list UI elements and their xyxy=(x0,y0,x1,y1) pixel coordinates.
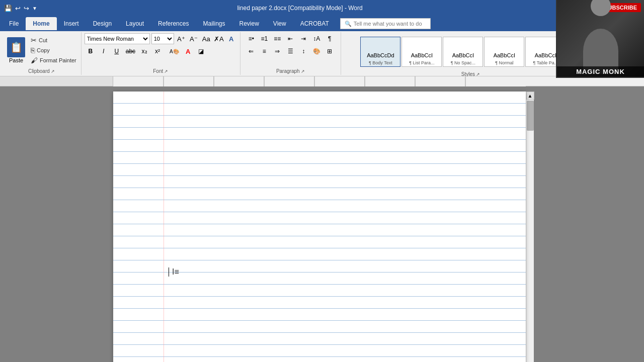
shrink-font-button[interactable]: A⁻ xyxy=(188,33,199,44)
decrease-indent-button[interactable]: ⇤ xyxy=(284,33,296,44)
style-body-text[interactable]: AaBbCcDd ¶ Body Text xyxy=(360,37,400,67)
sort-button[interactable]: ↕A xyxy=(310,33,323,44)
vertical-scrollbar[interactable]: ▲ ▼ xyxy=(526,92,534,362)
font-content: Times New Roman 10 8 9 10 11 12 A⁺ A⁻ Aa… xyxy=(85,33,237,67)
main-content: I≡ ▲ ▼ xyxy=(0,76,644,362)
tab-layout[interactable]: Layout xyxy=(119,17,151,30)
font-group: Times New Roman 10 8 9 10 11 12 A⁺ A⁻ Aa… xyxy=(82,32,240,75)
para-row2: ⇐ ≡ ⇒ ☰ ↕ 🎨 ⊞ xyxy=(245,46,336,57)
tab-insert[interactable]: Insert xyxy=(57,17,86,30)
styles-content: AaBbCcDd ¶ Body Text AaBbCcI ¶ List Para… xyxy=(360,33,581,70)
tab-file[interactable]: File xyxy=(2,17,26,30)
paragraph-group: ≡• ≡1 ≡≡ ⇤ ⇥ ↕A ¶ ⇐ ≡ ⇒ ☰ ↕ 🎨 ⊞ xyxy=(240,32,341,75)
customize-icon[interactable]: ▼ xyxy=(32,6,37,11)
tab-mailings[interactable]: Mailings xyxy=(196,17,232,30)
window-title: lined paper 2.docx [Compatibility Mode] … xyxy=(37,5,562,12)
font-color-button[interactable]: A xyxy=(182,46,194,57)
undo-icon[interactable]: ↩ xyxy=(15,5,21,12)
format-painter-button[interactable]: 🖌 Format Painter xyxy=(29,56,78,65)
align-left-button[interactable]: ⇐ xyxy=(245,46,257,57)
copy-button[interactable]: ⎘ Copy xyxy=(29,46,78,55)
text-cursor xyxy=(169,267,169,277)
style-list-para-label: ¶ List Para... xyxy=(409,60,434,65)
horizontal-ruler xyxy=(0,76,644,86)
superscript-button[interactable]: x² xyxy=(151,46,164,57)
scroll-thumb[interactable] xyxy=(527,101,534,131)
margin-line xyxy=(164,92,164,362)
tab-review[interactable]: Review xyxy=(232,17,266,30)
numbering-button[interactable]: ≡1 xyxy=(258,33,270,44)
title-bar: 💾 ↩ ↪ ▼ lined paper 2.docx [Compatibilit… xyxy=(0,0,644,16)
grow-font-button[interactable]: A⁺ xyxy=(176,33,187,44)
text-effects-button[interactable]: A xyxy=(226,33,237,44)
tab-references[interactable]: References xyxy=(151,17,196,30)
style-body-text-preview: AaBbCcDd xyxy=(365,50,396,60)
clear-format-button[interactable]: ✗A xyxy=(213,33,224,44)
strikethrough-button[interactable]: abc xyxy=(124,46,137,57)
clipboard-content: 📋 Paste ✂ Cut ⎘ Copy 🖌 Format Painter xyxy=(5,33,78,67)
title-bar-left: 💾 ↩ ↪ ▼ xyxy=(4,5,37,12)
font-expand-icon[interactable]: ↗ xyxy=(164,69,168,74)
tab-home[interactable]: Home xyxy=(26,17,56,30)
page-lines xyxy=(113,92,526,362)
bullets-button[interactable]: ≡• xyxy=(245,33,257,44)
save-icon[interactable]: 💾 xyxy=(4,5,12,12)
document-body: I≡ ▲ ▼ xyxy=(0,86,644,362)
scroll-up-button[interactable]: ▲ xyxy=(526,92,534,100)
ribbon: File Home Insert Design Layout Reference… xyxy=(0,16,644,76)
style-list-para-preview: AaBbCcI xyxy=(409,50,435,60)
tell-me-input[interactable]: 🔍 Tell me what you want to do xyxy=(340,18,431,29)
paste-button[interactable]: 📋 Paste xyxy=(5,36,27,64)
document-page[interactable]: I≡ xyxy=(113,92,526,362)
font-row1: Times New Roman 10 8 9 10 11 12 A⁺ A⁻ Aa… xyxy=(85,33,237,44)
borders-button[interactable]: ⊞ xyxy=(324,46,336,57)
underline-button[interactable]: U xyxy=(111,46,123,57)
align-right-button[interactable]: ⇒ xyxy=(271,46,283,57)
show-formatting-button[interactable]: ¶ xyxy=(324,33,336,44)
clipboard-group: 📋 Paste ✂ Cut ⎘ Copy 🖌 Format Painter xyxy=(2,32,82,75)
search-icon: 🔍 xyxy=(345,21,352,27)
character-shading-button[interactable]: ◪ xyxy=(195,46,207,57)
bold-button[interactable]: B xyxy=(85,46,97,57)
paragraph-expand-icon[interactable]: ↗ xyxy=(301,69,305,74)
justify-button[interactable]: ☰ xyxy=(284,46,296,57)
tab-view[interactable]: View xyxy=(266,17,293,30)
text-cursor-area: I≡ xyxy=(169,267,179,277)
cut-button[interactable]: ✂ Cut xyxy=(29,36,78,45)
italic-button[interactable]: I xyxy=(98,46,110,57)
style-no-spacing-label: ¶ No Spac... xyxy=(451,60,475,65)
video-preview xyxy=(557,0,644,77)
shading-button[interactable]: 🎨 xyxy=(310,46,323,57)
lined-page: I≡ xyxy=(113,92,526,362)
channel-name: MAGIC MONK xyxy=(557,66,644,77)
clipboard-label: Clipboard ↗ xyxy=(5,68,78,74)
clipboard-expand-icon[interactable]: ↗ xyxy=(51,69,55,74)
style-body-text-label: ¶ Body Text xyxy=(369,60,392,65)
font-size-select[interactable]: 10 8 9 10 11 12 xyxy=(151,33,174,44)
clipboard-sub: ✂ Cut ⎘ Copy 🖌 Format Painter xyxy=(29,36,78,65)
font-family-select[interactable]: Times New Roman xyxy=(85,33,150,44)
svg-rect-0 xyxy=(113,76,526,86)
style-list-para[interactable]: AaBbCcI ¶ List Para... xyxy=(401,37,442,67)
copy-label: Copy xyxy=(37,47,50,53)
copy-icon: ⎘ xyxy=(31,46,35,54)
style-table-para-label: ¶ Table Pa... xyxy=(533,60,558,65)
style-no-spacing-preview: AaBbCcI xyxy=(450,50,476,60)
para-content: ≡• ≡1 ≡≡ ⇤ ⇥ ↕A ¶ ⇐ ≡ ⇒ ☰ ↕ 🎨 ⊞ xyxy=(245,33,336,67)
subscript-button[interactable]: x₂ xyxy=(138,46,150,57)
redo-icon[interactable]: ↪ xyxy=(24,5,29,12)
increase-indent-button[interactable]: ⇥ xyxy=(297,33,309,44)
tab-acrobat[interactable]: ACROBAT xyxy=(293,17,336,30)
align-center-button[interactable]: ≡ xyxy=(258,46,270,57)
change-case-button[interactable]: Aa xyxy=(201,33,212,44)
tab-design[interactable]: Design xyxy=(86,17,119,30)
style-normal[interactable]: AaBbCcI ¶ Normal xyxy=(484,37,524,67)
cursor-symbol: I≡ xyxy=(172,267,179,277)
multilevel-list-button[interactable]: ≡≡ xyxy=(271,33,283,44)
para-row1: ≡• ≡1 ≡≡ ⇤ ⇥ ↕A ¶ xyxy=(245,33,336,44)
format-painter-label: Format Painter xyxy=(40,57,76,63)
format-painter-icon: 🖌 xyxy=(31,56,38,64)
highlight-color-button[interactable]: A🎨 xyxy=(168,46,181,57)
line-spacing-button[interactable]: ↕ xyxy=(297,46,309,57)
style-no-spacing[interactable]: AaBbCcI ¶ No Spac... xyxy=(443,37,483,67)
